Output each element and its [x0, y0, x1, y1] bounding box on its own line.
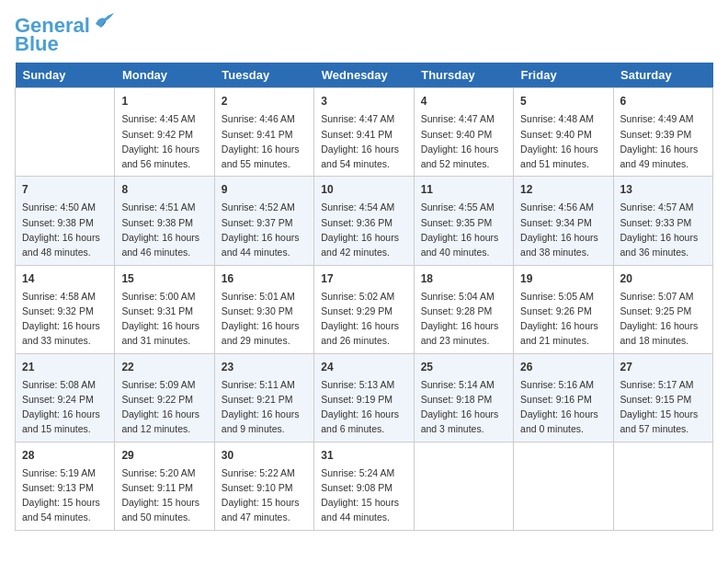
day-header-sunday: Sunday — [16, 63, 115, 88]
week-row-3: 14Sunrise: 4:58 AM Sunset: 9:32 PM Dayli… — [16, 265, 713, 353]
calendar-cell — [613, 442, 712, 530]
calendar-cell: 16Sunrise: 5:01 AM Sunset: 9:30 PM Dayli… — [214, 265, 313, 353]
day-number: 11 — [421, 181, 506, 198]
page-header: General Blue — [15, 15, 713, 55]
day-number: 27 — [620, 359, 706, 375]
day-info: Sunrise: 4:57 AM Sunset: 9:33 PM Dayligh… — [620, 200, 706, 259]
day-info: Sunrise: 5:24 AM Sunset: 9:08 PM Dayligh… — [321, 465, 406, 525]
week-row-1: 1Sunrise: 4:45 AM Sunset: 9:42 PM Daylig… — [16, 88, 713, 177]
day-info: Sunrise: 5:08 AM Sunset: 9:24 PM Dayligh… — [22, 377, 108, 437]
week-row-5: 28Sunrise: 5:19 AM Sunset: 9:13 PM Dayli… — [16, 442, 713, 530]
day-info: Sunrise: 4:50 AM Sunset: 9:38 PM Dayligh… — [22, 200, 108, 259]
calendar-cell: 23Sunrise: 5:11 AM Sunset: 9:21 PM Dayli… — [214, 353, 313, 442]
header-row: SundayMondayTuesdayWednesdayThursdayFrid… — [16, 63, 713, 88]
day-info: Sunrise: 4:54 AM Sunset: 9:36 PM Dayligh… — [321, 200, 406, 259]
calendar-cell: 3Sunrise: 4:47 AM Sunset: 9:41 PM Daylig… — [314, 88, 414, 177]
logo-bird-icon — [94, 13, 114, 29]
calendar-cell: 9Sunrise: 4:52 AM Sunset: 9:37 PM Daylig… — [214, 177, 313, 265]
day-number: 10 — [321, 181, 406, 198]
day-number: 18 — [421, 270, 506, 287]
day-header-tuesday: Tuesday — [214, 63, 313, 88]
day-info: Sunrise: 5:17 AM Sunset: 9:15 PM Dayligh… — [620, 377, 706, 437]
day-number: 17 — [321, 270, 406, 287]
day-header-friday: Friday — [514, 63, 613, 88]
calendar-cell — [414, 442, 513, 530]
calendar-cell — [16, 88, 115, 177]
calendar-cell: 4Sunrise: 4:47 AM Sunset: 9:40 PM Daylig… — [414, 88, 513, 177]
day-header-wednesday: Wednesday — [314, 63, 414, 88]
day-info: Sunrise: 5:09 AM Sunset: 9:22 PM Dayligh… — [121, 377, 207, 437]
day-number: 2 — [222, 93, 307, 109]
day-number: 28 — [22, 447, 108, 464]
day-number: 1 — [121, 93, 207, 109]
day-info: Sunrise: 5:20 AM Sunset: 9:11 PM Dayligh… — [121, 465, 207, 525]
calendar-cell: 25Sunrise: 5:14 AM Sunset: 9:18 PM Dayli… — [414, 353, 513, 442]
week-row-4: 21Sunrise: 5:08 AM Sunset: 9:24 PM Dayli… — [16, 353, 713, 442]
day-number: 3 — [321, 93, 406, 109]
calendar-cell: 12Sunrise: 4:56 AM Sunset: 9:34 PM Dayli… — [514, 177, 613, 265]
day-info: Sunrise: 5:07 AM Sunset: 9:25 PM Dayligh… — [620, 289, 706, 349]
day-number: 7 — [22, 181, 108, 198]
day-number: 25 — [421, 359, 506, 375]
day-number: 12 — [520, 181, 606, 198]
calendar-cell — [514, 442, 613, 530]
day-header-thursday: Thursday — [414, 63, 513, 88]
calendar-cell: 31Sunrise: 5:24 AM Sunset: 9:08 PM Dayli… — [314, 442, 414, 530]
day-number: 30 — [222, 447, 307, 464]
day-number: 31 — [321, 447, 406, 464]
calendar-cell: 29Sunrise: 5:20 AM Sunset: 9:11 PM Dayli… — [115, 442, 214, 530]
day-number: 13 — [620, 181, 706, 198]
day-info: Sunrise: 4:47 AM Sunset: 9:40 PM Dayligh… — [421, 111, 506, 171]
day-info: Sunrise: 4:49 AM Sunset: 9:39 PM Dayligh… — [620, 111, 706, 171]
week-row-2: 7Sunrise: 4:50 AM Sunset: 9:38 PM Daylig… — [16, 177, 713, 265]
day-header-monday: Monday — [115, 63, 214, 88]
calendar-cell: 26Sunrise: 5:16 AM Sunset: 9:16 PM Dayli… — [514, 353, 613, 442]
day-info: Sunrise: 4:45 AM Sunset: 9:42 PM Dayligh… — [121, 111, 207, 171]
day-info: Sunrise: 5:13 AM Sunset: 9:19 PM Dayligh… — [321, 377, 406, 437]
day-info: Sunrise: 5:14 AM Sunset: 9:18 PM Dayligh… — [421, 377, 506, 437]
day-info: Sunrise: 5:11 AM Sunset: 9:21 PM Dayligh… — [222, 377, 307, 437]
day-number: 5 — [520, 93, 606, 109]
calendar-cell: 6Sunrise: 4:49 AM Sunset: 9:39 PM Daylig… — [613, 88, 712, 177]
day-number: 23 — [222, 359, 307, 375]
calendar-cell: 30Sunrise: 5:22 AM Sunset: 9:10 PM Dayli… — [214, 442, 313, 530]
day-info: Sunrise: 5:00 AM Sunset: 9:31 PM Dayligh… — [121, 289, 207, 349]
calendar-cell: 24Sunrise: 5:13 AM Sunset: 9:19 PM Dayli… — [314, 353, 414, 442]
logo-text2: Blue — [15, 33, 59, 55]
day-info: Sunrise: 4:58 AM Sunset: 9:32 PM Dayligh… — [22, 289, 108, 349]
day-info: Sunrise: 5:05 AM Sunset: 9:26 PM Dayligh… — [520, 289, 606, 349]
day-info: Sunrise: 4:55 AM Sunset: 9:35 PM Dayligh… — [421, 200, 506, 259]
day-info: Sunrise: 4:52 AM Sunset: 9:37 PM Dayligh… — [222, 200, 307, 259]
day-number: 14 — [22, 270, 108, 287]
calendar-cell: 28Sunrise: 5:19 AM Sunset: 9:13 PM Dayli… — [16, 442, 115, 530]
day-number: 29 — [121, 447, 207, 464]
logo: General Blue — [15, 15, 114, 55]
day-info: Sunrise: 5:16 AM Sunset: 9:16 PM Dayligh… — [520, 377, 606, 437]
calendar-cell: 27Sunrise: 5:17 AM Sunset: 9:15 PM Dayli… — [613, 353, 712, 442]
day-header-saturday: Saturday — [613, 63, 712, 88]
calendar-cell: 19Sunrise: 5:05 AM Sunset: 9:26 PM Dayli… — [514, 265, 613, 353]
day-number: 20 — [620, 270, 706, 287]
day-info: Sunrise: 4:46 AM Sunset: 9:41 PM Dayligh… — [222, 111, 307, 171]
calendar-table: SundayMondayTuesdayWednesdayThursdayFrid… — [15, 63, 713, 530]
day-number: 15 — [121, 270, 207, 287]
day-number: 16 — [222, 270, 307, 287]
day-info: Sunrise: 5:19 AM Sunset: 9:13 PM Dayligh… — [22, 465, 108, 525]
calendar-cell: 11Sunrise: 4:55 AM Sunset: 9:35 PM Dayli… — [414, 177, 513, 265]
calendar-cell: 15Sunrise: 5:00 AM Sunset: 9:31 PM Dayli… — [115, 265, 214, 353]
calendar-cell: 2Sunrise: 4:46 AM Sunset: 9:41 PM Daylig… — [214, 88, 313, 177]
day-info: Sunrise: 5:01 AM Sunset: 9:30 PM Dayligh… — [222, 289, 307, 349]
day-number: 21 — [22, 359, 108, 375]
calendar-cell: 5Sunrise: 4:48 AM Sunset: 9:40 PM Daylig… — [514, 88, 613, 177]
day-number: 24 — [321, 359, 406, 375]
calendar-cell: 13Sunrise: 4:57 AM Sunset: 9:33 PM Dayli… — [613, 177, 712, 265]
day-info: Sunrise: 4:47 AM Sunset: 9:41 PM Dayligh… — [321, 111, 406, 171]
calendar-cell: 14Sunrise: 4:58 AM Sunset: 9:32 PM Dayli… — [16, 265, 115, 353]
day-number: 22 — [121, 359, 207, 375]
calendar-cell: 7Sunrise: 4:50 AM Sunset: 9:38 PM Daylig… — [16, 177, 115, 265]
calendar-cell: 8Sunrise: 4:51 AM Sunset: 9:38 PM Daylig… — [115, 177, 214, 265]
calendar-cell: 1Sunrise: 4:45 AM Sunset: 9:42 PM Daylig… — [115, 88, 214, 177]
calendar-cell: 10Sunrise: 4:54 AM Sunset: 9:36 PM Dayli… — [314, 177, 414, 265]
day-number: 8 — [121, 181, 207, 198]
day-info: Sunrise: 5:22 AM Sunset: 9:10 PM Dayligh… — [222, 465, 307, 525]
